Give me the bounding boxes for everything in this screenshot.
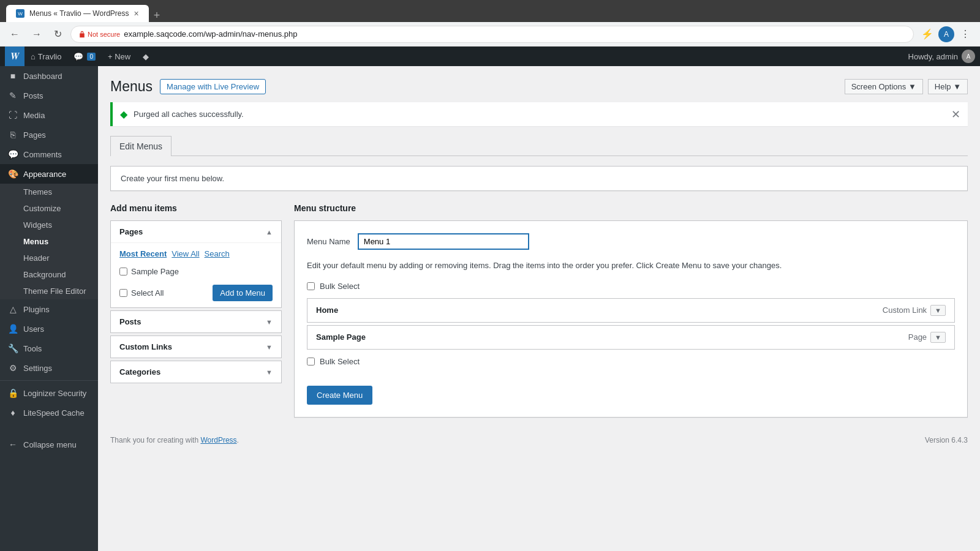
version-text: Version 6.4.3 (925, 436, 968, 444)
sidebar-item-dashboard[interactable]: ■ Dashboard (0, 66, 98, 86)
menu-item-home-dropdown-button[interactable]: ▼ (930, 305, 946, 316)
new-label: + New (108, 52, 130, 61)
sidebar-item-background[interactable]: Background (0, 266, 98, 283)
plugins-icon: △ (7, 304, 18, 314)
pages-accordion-body: Most Recent View All Search Sample Page (111, 242, 281, 307)
url-text: example.saqcode.com/wp-admin/nav-menus.p… (124, 29, 297, 39)
chevron-down-icon-2: ▼ (266, 343, 273, 351)
select-all-checkbox[interactable] (119, 289, 127, 297)
search-tab[interactable]: Search (205, 249, 230, 258)
sidebar: ■ Dashboard ✎ Posts ⛶ Media ⎘ Pages 💬 Co… (0, 66, 98, 551)
posts-icon: ✎ (7, 91, 18, 100)
most-recent-tab[interactable]: Most Recent (119, 249, 167, 258)
menu-intro: Create your first menu below. (110, 166, 968, 191)
sidebar-item-users[interactable]: 👤 Users (0, 319, 98, 339)
admin-bar-site[interactable]: ⌂ Travlio (24, 47, 67, 66)
success-notice: ◆ Purged all caches successfully. ✕ (110, 102, 968, 126)
screen-options-button[interactable]: Screen Options ▼ (845, 79, 923, 94)
menu-name-input[interactable] (358, 233, 529, 250)
sidebar-item-posts[interactable]: ✎ Posts (0, 86, 98, 105)
comment-count: 0 (87, 53, 96, 61)
admin-bar-diamond[interactable]: ◆ (137, 47, 155, 66)
house-icon: ⌂ (31, 52, 36, 61)
menu-item-home: Home Custom Link ▼ (307, 298, 955, 323)
menu-button[interactable]: ⋮ (957, 26, 974, 43)
footer-thanks: Thank you for creating with (110, 436, 198, 444)
add-menu-items-label: Add menu items (110, 203, 282, 213)
media-icon: ⛶ (7, 110, 18, 120)
loginizer-icon: 🔒 (7, 388, 18, 398)
menu-item-home-type: Custom Link ▼ (883, 305, 946, 316)
sidebar-item-media[interactable]: ⛶ Media (0, 105, 98, 125)
bulk-select-bottom-label: Bulk Select (320, 357, 360, 366)
menu-item-home-name: Home (316, 305, 338, 315)
admin-bar-new[interactable]: + New (102, 47, 137, 66)
menu-structure-panel: Menu structure Menu Name Edit your defau… (294, 203, 968, 418)
reload-button[interactable]: ↻ (50, 26, 66, 42)
browser-tab[interactable]: W Menus « Travlio — WordPress × (6, 5, 149, 22)
menu-item-sample-page-type: Page ▼ (908, 332, 946, 343)
diamond-icon: ◆ (143, 52, 149, 61)
posts-accordion-header[interactable]: Posts ▼ (111, 311, 281, 332)
sample-page-label: Sample Page (131, 267, 179, 276)
comments-icon: 💬 (7, 149, 18, 159)
add-menu-items-panel: Add menu items Pages ▲ Most Recent View … (110, 203, 282, 386)
tab-edit-menus[interactable]: Edit Menus (110, 136, 172, 156)
dismiss-notice-button[interactable]: ✕ (951, 109, 960, 120)
admin-bar-comments[interactable]: 💬 0 (67, 47, 102, 66)
sidebar-item-pages[interactable]: ⎘ Pages (0, 125, 98, 144)
sidebar-item-loginizer[interactable]: 🔒 Loginizer Security (0, 383, 98, 403)
bulk-select-bottom-checkbox[interactable] (307, 358, 315, 365)
sidebar-item-tools[interactable]: 🔧 Tools (0, 339, 98, 358)
favicon-icon: W (16, 9, 24, 18)
howdy-text: Howdy, admin (908, 52, 958, 61)
sidebar-item-menus[interactable]: Menus (0, 233, 98, 250)
create-menu-button[interactable]: Create Menu (307, 386, 372, 405)
main-content: Menus Manage with Live Preview Screen Op… (98, 66, 980, 551)
profile-button[interactable]: A (938, 26, 954, 42)
sidebar-item-header[interactable]: Header (0, 250, 98, 266)
sidebar-item-comments[interactable]: 💬 Comments (0, 144, 98, 164)
wp-logo[interactable]: 𝑾 (5, 47, 24, 66)
custom-links-accordion-header[interactable]: Custom Links ▼ (111, 336, 281, 358)
wp-admin-bar: 𝑾 ⌂ Travlio 💬 0 + New ◆ Howdy, admin A (0, 47, 980, 66)
address-bar[interactable]: Not secure example.saqcode.com/wp-admin/… (70, 26, 914, 43)
page-title: Menus (110, 78, 153, 95)
sidebar-item-theme-file-editor[interactable]: Theme File Editor (0, 283, 98, 299)
menu-edit-desc: Edit your default menu by adding or remo… (307, 260, 955, 272)
categories-accordion-header[interactable]: Categories ▼ (111, 361, 281, 383)
view-all-tab[interactable]: View All (172, 249, 199, 258)
extensions-button[interactable]: ⚡ (919, 26, 936, 43)
manage-live-preview-button[interactable]: Manage with Live Preview (160, 79, 266, 94)
back-button[interactable]: ← (6, 26, 23, 42)
sidebar-item-litespeed[interactable]: ♦ LiteSpeed Cache (0, 403, 98, 422)
settings-icon: ⚙ (7, 363, 18, 373)
notice-text: Purged all caches successfully. (134, 110, 945, 119)
sample-page-checkbox[interactable] (119, 268, 127, 276)
sidebar-item-themes[interactable]: Themes (0, 184, 98, 200)
pages-accordion: Pages ▲ Most Recent View All Search (110, 220, 282, 308)
custom-links-accordion: Custom Links ▼ (110, 335, 282, 358)
close-tab-icon[interactable]: × (134, 9, 139, 18)
sidebar-item-widgets[interactable]: Widgets (0, 217, 98, 233)
help-button[interactable]: Help ▼ (928, 79, 968, 94)
menu-item-sample-page-name: Sample Page (316, 332, 366, 342)
menu-item-sample-page: Sample Page Page ▼ (307, 325, 955, 350)
menu-item-sample-page-dropdown-button[interactable]: ▼ (930, 332, 946, 343)
new-tab-button[interactable]: + (149, 9, 165, 22)
sidebar-item-appearance[interactable]: 🎨 Appearance (0, 164, 98, 184)
sidebar-item-plugins[interactable]: △ Plugins (0, 299, 98, 319)
chevron-up-icon: ▲ (266, 228, 273, 236)
howdy-section: Howdy, admin A (908, 50, 975, 63)
posts-accordion: Posts ▼ (110, 310, 282, 333)
sidebar-item-customize[interactable]: Customize (0, 200, 98, 217)
add-to-menu-button[interactable]: Add to Menu (213, 285, 273, 301)
bulk-select-top-checkbox[interactable] (307, 282, 315, 290)
sidebar-item-settings[interactable]: ⚙ Settings (0, 358, 98, 378)
forward-button[interactable]: → (28, 26, 45, 42)
pages-accordion-header[interactable]: Pages ▲ (111, 221, 281, 242)
wordpress-link[interactable]: WordPress (200, 436, 236, 444)
lock-icon: Not secure (78, 31, 120, 38)
sidebar-item-collapse[interactable]: ← Collapse menu (0, 435, 98, 454)
bulk-select-top-label: Bulk Select (320, 282, 360, 291)
